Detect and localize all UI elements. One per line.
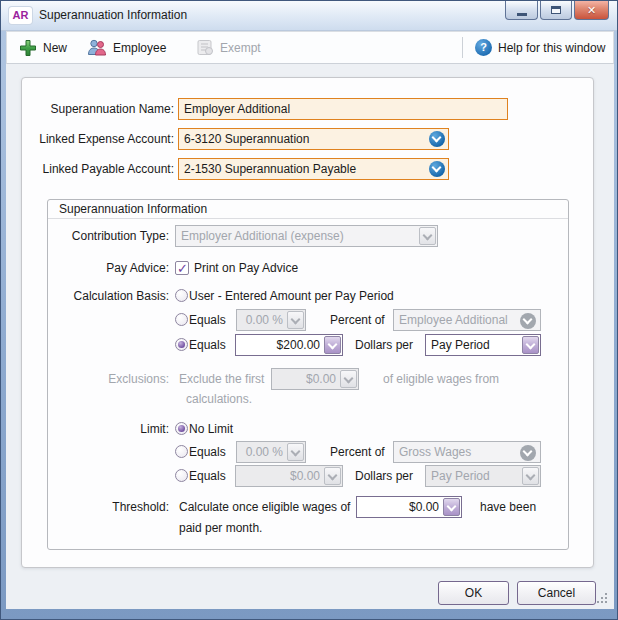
- calc-basis-row-3: Equals $200.00 Dollars per Pay Period: [48, 334, 568, 356]
- print-on-pay-advice-text: Print on Pay Advice: [194, 257, 298, 279]
- limit-dollar-amount-value: $0.00: [241, 466, 320, 486]
- calc-basis-row-1: Calculation Basis: User - Entered Amount…: [48, 285, 568, 307]
- limit-equals-dollars-text: Equals: [189, 465, 226, 487]
- contribution-type-select: Employer Additional (expense): [175, 225, 438, 247]
- dropdown-button-icon: [340, 370, 357, 388]
- print-on-pay-advice-checkbox[interactable]: ✓: [175, 261, 189, 275]
- limit-pay-period-combo: Pay Period: [425, 465, 541, 487]
- calc-equals-percent-radio[interactable]: [175, 313, 188, 326]
- help-button[interactable]: ? Help for this window: [475, 32, 605, 63]
- calc-equals-dollars-radio[interactable]: [175, 338, 188, 351]
- expense-dropdown-icon[interactable]: [429, 131, 445, 147]
- contribution-type-label: Contribution Type:: [72, 225, 169, 247]
- employee-icon: [87, 39, 107, 56]
- dropdown-button-icon[interactable]: [443, 498, 460, 516]
- check-icon: ✓: [177, 258, 188, 280]
- calc-dollar-amount-value: $200.00: [241, 335, 320, 355]
- window-title: Superannuation Information: [39, 1, 187, 30]
- dropdown-button-icon: [324, 467, 341, 485]
- exclusions-amount-value: $0.00: [277, 369, 336, 389]
- linked-payable-account-label: Linked Payable Account:: [43, 158, 174, 180]
- superannuation-name-label: Superannuation Name:: [51, 98, 174, 120]
- limit-percent-amount-value: 0.00 %: [242, 442, 283, 462]
- calc-percent-basis-combo: Employee Additional: [393, 309, 541, 331]
- close-icon: ✕: [587, 4, 596, 17]
- calc-percent-basis-value: Employee Additional: [399, 310, 518, 330]
- close-button[interactable]: ✕: [574, 1, 609, 20]
- content-area: Superannuation Name: Employer Additional…: [6, 64, 614, 609]
- dropdown-button-icon: [419, 227, 436, 245]
- linked-expense-account-label: Linked Expense Account:: [39, 128, 174, 150]
- resize-grip[interactable]: [597, 593, 599, 595]
- limit-equals-dollars-radio[interactable]: [175, 469, 188, 482]
- limit-equals-percent-radio[interactable]: [175, 445, 188, 458]
- exempt-icon: [197, 39, 214, 56]
- limit-dollars-per-label: Dollars per: [355, 465, 413, 487]
- linked-expense-account-select[interactable]: 6-3120 Superannuation: [178, 128, 449, 150]
- limit-equals-percent-text: Equals: [189, 441, 226, 463]
- titlebar[interactable]: AR Superannuation Information ✕: [1, 1, 617, 31]
- exclusions-row-2: calculations.: [48, 388, 568, 410]
- threshold-row: Threshold: Calculate once eligible wages…: [48, 496, 568, 518]
- calculation-basis-label: Calculation Basis:: [74, 285, 169, 307]
- cancel-button[interactable]: Cancel: [517, 581, 596, 605]
- dropdown-button-icon: [287, 311, 304, 329]
- limit-percent-amount-combo: 0.00 %: [236, 441, 306, 463]
- threshold-row-2: paid per month.: [48, 517, 568, 539]
- threshold-text-2: have been: [480, 496, 536, 518]
- dropdown-button-icon[interactable]: [522, 336, 539, 354]
- new-button[interactable]: New: [19, 32, 67, 63]
- payable-account-row: Linked Payable Account: 2-1530 Superannu…: [22, 158, 593, 180]
- calc-equals-dollars-text: Equals: [189, 334, 226, 356]
- limit-row-1: Limit: No Limit: [48, 418, 568, 440]
- exclusions-row: Exclusions: Exclude the first $0.00 of e…: [48, 368, 568, 390]
- exclusions-text-2: of eligible wages from: [383, 368, 499, 390]
- exclusions-text-1: Exclude the first: [179, 368, 264, 390]
- calc-user-entered-text: User - Entered Amount per Pay Period: [189, 285, 394, 307]
- help-label: Help for this window: [498, 41, 605, 55]
- exclusions-amount-combo: $0.00: [271, 368, 359, 390]
- calc-user-entered-radio[interactable]: [175, 289, 188, 302]
- group-title: Superannuation Information: [48, 200, 568, 219]
- limit-percent-of-label: Percent of: [330, 441, 385, 463]
- dropdown-button-icon: [522, 467, 539, 485]
- limit-dollar-amount-combo: $0.00: [235, 465, 343, 487]
- calc-dollars-per-label: Dollars per: [355, 334, 413, 356]
- limit-label: Limit:: [140, 418, 169, 440]
- exclusions-label: Exclusions:: [108, 368, 169, 390]
- toolbar-divider: [462, 37, 463, 58]
- disabled-dropdown-icon: [520, 445, 536, 461]
- limit-no-limit-radio[interactable]: [175, 422, 188, 435]
- limit-row-2: Equals 0.00 % Percent of Gross Wages: [48, 441, 568, 463]
- payable-dropdown-icon[interactable]: [429, 161, 445, 177]
- exclusions-text-3: calculations.: [186, 388, 252, 410]
- linked-payable-account-value: 2-1530 Superannuation Payable: [184, 162, 356, 176]
- minimize-button[interactable]: [505, 1, 538, 20]
- toolbar: New Employee Exempt ? Help for this wind…: [6, 31, 614, 64]
- limit-percent-basis-value: Gross Wages: [399, 442, 518, 462]
- contribution-type-value: Employer Additional (expense): [181, 226, 415, 246]
- threshold-text-3: paid per month.: [179, 517, 262, 539]
- maximize-button[interactable]: [540, 1, 572, 20]
- calc-percent-amount-combo: 0.00 %: [236, 309, 306, 331]
- superannuation-information-group: Superannuation Information Contribution …: [47, 199, 569, 550]
- threshold-amount-combo[interactable]: $0.00: [356, 496, 462, 518]
- linked-payable-account-select[interactable]: 2-1530 Superannuation Payable: [178, 158, 449, 180]
- disabled-dropdown-icon: [520, 313, 536, 329]
- linked-expense-account-value: 6-3120 Superannuation: [184, 132, 309, 146]
- ok-button[interactable]: OK: [438, 581, 509, 605]
- calc-dollar-amount-combo[interactable]: $200.00: [235, 334, 343, 356]
- app-icon: AR: [9, 7, 32, 24]
- threshold-label: Threshold:: [112, 496, 169, 518]
- calc-pay-period-combo[interactable]: Pay Period: [425, 334, 541, 356]
- employee-label: Employee: [113, 41, 166, 55]
- limit-pay-period-value: Pay Period: [431, 466, 518, 486]
- superannuation-name-input[interactable]: Employer Additional: [178, 98, 508, 120]
- employee-button[interactable]: Employee: [87, 32, 166, 63]
- dropdown-button-icon[interactable]: [324, 336, 341, 354]
- expense-account-row: Linked Expense Account: 6-3120 Superannu…: [22, 128, 593, 150]
- help-icon: ?: [475, 39, 492, 56]
- form-panel: Superannuation Name: Employer Additional…: [21, 77, 594, 568]
- exempt-button: Exempt: [197, 32, 261, 63]
- threshold-text-1: Calculate once eligible wages of: [179, 496, 350, 518]
